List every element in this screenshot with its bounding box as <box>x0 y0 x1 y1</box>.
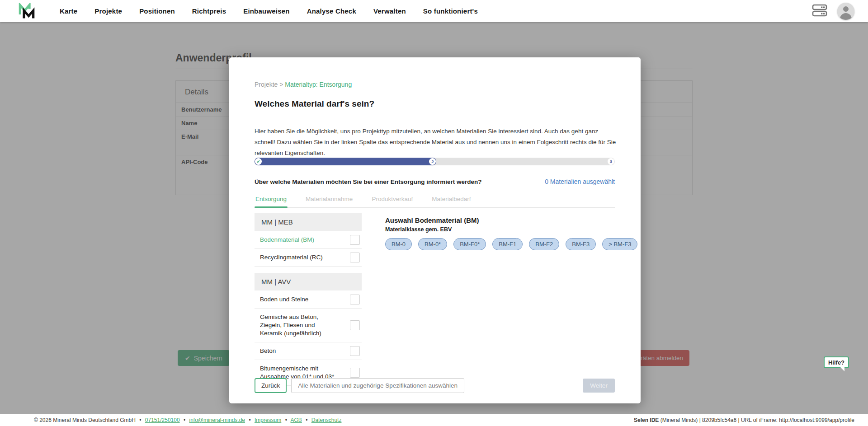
tab-materialbedarf[interactable]: Materialbedarf <box>431 193 472 207</box>
material-label: Gemische aus Beton, Ziegeln, Fliesen und… <box>260 312 338 339</box>
progress-step-1-check-icon: ✔ <box>255 158 262 165</box>
chip-bm-f2[interactable]: BM-F2 <box>529 238 559 250</box>
chip-gt-bm-f3[interactable]: > BM-F3 <box>602 238 637 250</box>
nav-item-richtpreis[interactable]: Richtpreis <box>192 7 226 15</box>
material-label: Recyclingmaterial (RC) <box>260 252 323 263</box>
material-checkbox[interactable] <box>350 320 360 330</box>
dialog-footer: Zurück Alle Materialien und zugehörige S… <box>255 378 615 393</box>
dialog-description: Hier haben Sie die Möglichkeit, uns pro … <box>255 126 616 159</box>
progress-step-3: 3 <box>608 158 614 165</box>
main-menu: Karte Projekte Positionen Richtpreis Ein… <box>60 7 478 15</box>
top-nav: Karte Projekte Positionen Richtpreis Ein… <box>0 0 868 22</box>
next-button[interactable]: Weiter <box>583 379 615 393</box>
material-checkbox[interactable] <box>350 368 360 378</box>
material-label: Boden und Steine <box>260 294 308 305</box>
nav-item-einbauweisen[interactable]: Einbauweisen <box>243 7 289 15</box>
avatar-head-icon <box>843 6 849 12</box>
nav-item-analyse-check[interactable]: Analyse Check <box>307 7 356 15</box>
server-icon[interactable] <box>812 4 827 19</box>
material-detail-panel: Auswahl Bodenmaterial (BM) Materialklass… <box>385 216 616 250</box>
material-type-tabs: Entsorgung Materialannahme Produktverkau… <box>255 193 615 208</box>
tab-entsorgung[interactable]: Entsorgung <box>255 193 288 207</box>
nav-item-projekte[interactable]: Projekte <box>94 7 122 15</box>
tab-materialannahme[interactable]: Materialannahme <box>305 193 354 207</box>
chip-bm-f3[interactable]: BM-F3 <box>566 238 596 250</box>
ide-name: Selen IDE <box>634 417 659 423</box>
material-selection-dialog: Projekte > Materialtyp: Entsorgung Welch… <box>229 57 641 403</box>
material-row-boden-und-steine[interactable]: Boden und Steine <box>255 291 362 309</box>
chip-bm-0-star[interactable]: BM-0* <box>418 238 447 250</box>
footer-separator: • <box>184 417 185 423</box>
user-avatar[interactable] <box>837 3 854 20</box>
select-all-button[interactable]: Alle Materialien und zugehörige Spezifik… <box>291 378 464 393</box>
nav-item-positionen[interactable]: Positionen <box>139 7 175 15</box>
detail-panel-title: Auswahl Bodenmaterial (BM) <box>385 216 616 224</box>
material-label: Bodenmaterial (BM) <box>260 234 314 245</box>
tab-produktverkauf[interactable]: Produktverkauf <box>371 193 414 207</box>
copyright-text: © 2026 Mineral Minds Deutschland GmbH <box>34 417 136 423</box>
chip-bm-0[interactable]: BM-0 <box>385 238 412 250</box>
nav-item-verwalten[interactable]: Verwalten <box>373 7 406 15</box>
dialog-title: Welches Material darf's sein? <box>255 99 374 109</box>
footer-right: Selen IDE (Mineral Minds) | 8209b5fc54a6… <box>634 417 854 423</box>
nav-item-karte[interactable]: Karte <box>60 7 77 15</box>
back-button[interactable]: Zurück <box>255 378 287 393</box>
footer-separator: • <box>285 417 287 423</box>
progress-bar: ✔ 2 3 <box>255 158 615 165</box>
group-header-mm-meb: MM | MEB <box>255 213 362 231</box>
footer-link-agb[interactable]: AGB <box>291 417 302 423</box>
breadcrumb-root[interactable]: Projekte <box>255 81 278 88</box>
help-button[interactable]: Hilfe? <box>824 356 849 368</box>
selected-count-link[interactable]: 0 Materialien ausgewählt <box>545 178 615 185</box>
material-row-beton[interactable]: Beton <box>255 342 362 360</box>
material-row-recyclingmaterial[interactable]: Recyclingmaterial (RC) <box>255 249 362 267</box>
material-checkbox[interactable] <box>350 253 360 262</box>
group-header-mm-avv: MM | AVV <box>255 273 362 290</box>
footer-link-phone[interactable]: 07151/250100 <box>145 417 180 423</box>
footer-separator: • <box>139 417 141 423</box>
material-class-chips: BM-0 BM-0* BM-F0* BM-F1 BM-F2 BM-F3 > BM… <box>385 238 616 250</box>
progress-fill <box>255 158 436 165</box>
iframe-info: (Mineral Minds) | 8209b5fc54a6 | URL of … <box>659 417 854 423</box>
footer-link-email[interactable]: info@mineral-minds.de <box>189 417 245 423</box>
breadcrumb: Projekte > Materialtyp: Entsorgung <box>255 81 352 88</box>
question-text: Über welche Materialien möchten Sie bei … <box>255 178 482 185</box>
breadcrumb-separator: > <box>279 81 285 88</box>
avatar-body-icon <box>840 13 852 20</box>
chip-bm-f0-star[interactable]: BM-F0* <box>453 238 486 250</box>
footer-separator: • <box>306 417 307 423</box>
material-label: Beton <box>260 346 276 356</box>
nav-item-so-funktionierts[interactable]: So funktioniert's <box>423 7 478 15</box>
material-list: MM | MEB Bodenmaterial (BM) Recyclingmat… <box>255 213 362 386</box>
breadcrumb-current: Materialtyp: Entsorgung <box>285 81 352 88</box>
material-row-bodenmaterial[interactable]: Bodenmaterial (BM) <box>255 231 362 249</box>
material-row-gemische[interactable]: Gemische aus Beton, Ziegeln, Fliesen und… <box>255 309 362 342</box>
footer-left: © 2026 Mineral Minds Deutschland GmbH • … <box>34 417 341 423</box>
footer-link-impressum[interactable]: Impressum <box>255 417 281 423</box>
page-footer: © 2026 Mineral Minds Deutschland GmbH • … <box>0 414 868 426</box>
material-checkbox[interactable] <box>350 346 360 356</box>
mineral-minds-logo-icon[interactable] <box>18 2 36 20</box>
chip-bm-f1[interactable]: BM-F1 <box>492 238 523 250</box>
material-checkbox[interactable] <box>350 235 360 245</box>
footer-link-datenschutz[interactable]: Datenschutz <box>311 417 342 423</box>
footer-separator: • <box>249 417 250 423</box>
material-checkbox[interactable] <box>350 295 360 304</box>
detail-panel-subtitle: Materialklasse gem. EBV <box>385 226 616 233</box>
